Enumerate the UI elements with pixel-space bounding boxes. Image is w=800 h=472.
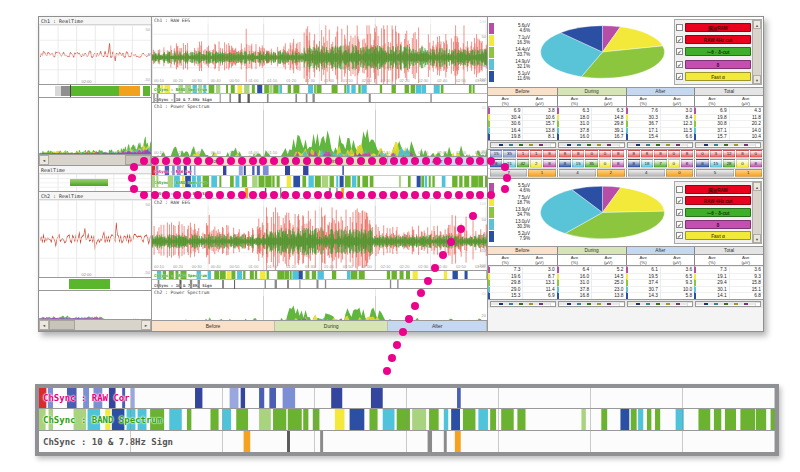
sub-unit-label: (μV) — [673, 260, 681, 265]
time-tick-label: 02:20 — [399, 150, 409, 156]
filter-checkbox[interactable]: ✓ — [676, 197, 683, 204]
table-cell: 3.6 — [660, 266, 694, 273]
scroll-left-arrow[interactable]: ◄ — [39, 155, 49, 165]
y-axis-label: 0 — [478, 48, 486, 53]
ch2-raw-eeg-waveform — [152, 206, 487, 271]
y-axis-labels: 100500-50-100 — [478, 19, 486, 82]
legend-color-chip — [489, 59, 494, 70]
chart-shape — [288, 85, 291, 93]
filter-checkbox[interactable]: ✓ — [676, 48, 683, 55]
counts-group: 8152808 — [694, 159, 762, 168]
band-bar — [704, 144, 708, 146]
filter-button[interactable]: Fast α — [685, 72, 751, 81]
scroll-thumb[interactable] — [49, 320, 75, 330]
chart-shape — [250, 271, 254, 279]
table-cell: 20.2 — [729, 120, 763, 127]
ch2-power-spectrum-title: Ch2 : Power Spectrum — [152, 289, 487, 296]
filter-button[interactable]: RAW 4Hz cut — [685, 35, 751, 44]
count-cell: 18 — [641, 159, 653, 168]
ch1-realtime-chart: 500-50 02:00 — [39, 25, 151, 84]
filter-checkbox[interactable]: ✓ — [676, 232, 683, 239]
chart-shape — [442, 176, 446, 187]
table-cell: 23.0 — [591, 286, 625, 293]
scroll-down-arrow[interactable]: ▼ — [753, 234, 761, 243]
bar-chart-group — [490, 301, 556, 307]
scroll-track[interactable] — [753, 29, 761, 75]
count-cell: 4 — [628, 169, 665, 177]
legend-entry: 7.1μV16.3% — [489, 35, 531, 46]
table-cell: 29.0 — [488, 286, 522, 293]
scroll-up-arrow[interactable]: ▲ — [753, 20, 761, 29]
filter-checkbox[interactable] — [676, 24, 683, 31]
counts-group: 8214228 — [489, 159, 556, 168]
scroll-thumb[interactable] — [125, 155, 151, 165]
filter-button[interactable]: δ — [685, 60, 751, 69]
count-cell: 8 — [628, 159, 640, 168]
bar-plot — [559, 302, 618, 306]
filter-button[interactable]: Fast α — [685, 231, 751, 240]
chart-shape — [255, 271, 257, 279]
chart-shape — [308, 176, 313, 187]
y-axis-label: -50 — [478, 63, 486, 68]
chart-shape — [411, 85, 415, 93]
legend-pct-value: 16.3% — [495, 40, 530, 46]
chart-shape — [292, 271, 298, 279]
filter-button[interactable]: 脳波RAW — [685, 185, 751, 194]
bar-axis — [755, 143, 760, 147]
button-scrollbar[interactable]: ▲▼ — [752, 20, 761, 84]
scroll-up-arrow[interactable]: ▲ — [753, 182, 761, 191]
time-tick-label: 00:10 — [154, 78, 164, 84]
count-cell: 1 — [735, 169, 762, 177]
legend-pct-value: 34.7% — [495, 212, 530, 218]
time-tick-label: 00:30 — [192, 78, 202, 84]
scroll-left-arrow[interactable]: ◄ — [39, 320, 49, 330]
scroll-track[interactable] — [49, 155, 125, 165]
ch1-power-spectrum-panel: Ch1 : Power Spectrum 4020 00:1000:2000:3… — [152, 103, 487, 157]
time-tick-label: 02:40 — [437, 264, 447, 270]
filter-button[interactable]: 脳波RAW — [685, 23, 751, 32]
sub-unit-label: (μV) — [604, 260, 612, 265]
filter-button[interactable]: 〜θ・δ-cut — [685, 208, 751, 217]
count-cell: 1 — [517, 150, 529, 158]
filter-checkbox[interactable]: ✓ — [676, 209, 683, 216]
chart-shape — [275, 280, 277, 289]
scroll-down-arrow[interactable]: ▼ — [753, 75, 761, 84]
chart-shape — [452, 271, 457, 279]
count-cell: 15 — [490, 150, 502, 158]
legend-text: 14.9μV32.1% — [495, 59, 531, 70]
ch2-stats-table: BeforeDuringAfterTotalAve(%)Ave(μV)Ave(%… — [488, 247, 763, 300]
ch2-filter-buttons-holder: 脳波RAW✓RAW 4Hz cut✓〜θ・δ-cut✓δ✓Fast α▲▼ — [674, 181, 762, 244]
table-cell: 15.7 — [522, 120, 556, 127]
band-bar — [646, 303, 650, 305]
count-cell: 8 — [543, 159, 555, 168]
ch2-pie-chart — [531, 181, 674, 244]
chart-shape — [293, 176, 300, 187]
filter-button[interactable]: RAW 4Hz cut — [685, 196, 751, 205]
scroll-track[interactable] — [75, 320, 141, 330]
filter-checkbox[interactable]: ✓ — [676, 36, 683, 43]
chart-shape — [486, 271, 487, 279]
table-cell: 10.6 — [522, 114, 556, 121]
chart-shape — [312, 271, 316, 279]
chart-shape — [347, 271, 351, 279]
filter-checkbox[interactable]: ✓ — [676, 73, 683, 80]
band-bar — [724, 303, 728, 305]
ch2-horizontal-scrollbar[interactable]: ◄ ► — [39, 320, 151, 331]
table-cell: 29.8 — [591, 120, 625, 127]
chart-shape — [347, 85, 350, 93]
filter-button[interactable]: 〜θ・δ-cut — [685, 47, 751, 56]
filter-checkbox[interactable]: ✓ — [676, 61, 683, 68]
button-scrollbar[interactable]: ▲▼ — [752, 182, 761, 243]
legend-entry: 13.0μV30.3% — [489, 219, 531, 230]
filter-button[interactable]: δ — [685, 220, 751, 229]
bar-chart-group — [695, 301, 761, 307]
chart-shape — [322, 176, 328, 187]
ch1-horizontal-scrollbar[interactable]: ◄ — [39, 155, 151, 166]
chart-shape — [330, 176, 334, 187]
filter-checkbox[interactable] — [676, 186, 683, 193]
chart-shape — [485, 176, 487, 187]
scroll-track[interactable] — [753, 191, 761, 234]
chart-shape — [357, 176, 360, 187]
scroll-right-arrow[interactable]: ► — [141, 320, 151, 330]
filter-checkbox[interactable]: ✓ — [676, 221, 683, 228]
